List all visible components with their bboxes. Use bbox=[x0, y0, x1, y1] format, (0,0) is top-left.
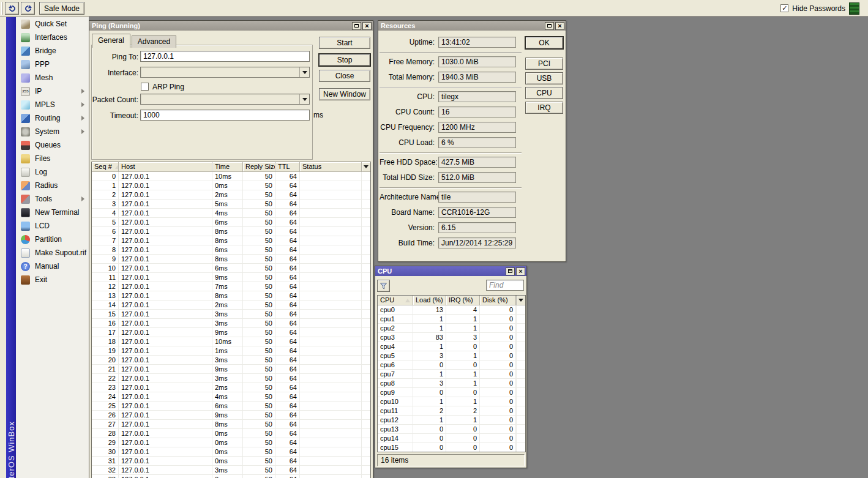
close-button[interactable]: × bbox=[362, 22, 372, 30]
tab-advanced[interactable]: Advanced bbox=[132, 35, 176, 48]
table-row[interactable]: 1 127.0.0.1 0ms 50 64 bbox=[92, 181, 370, 190]
sidebar-item[interactable]: Mesh bbox=[16, 71, 89, 84]
table-row[interactable]: 32 127.0.0.1 3ms 50 64 bbox=[92, 466, 370, 475]
ping-action-button[interactable]: Stop bbox=[319, 54, 370, 66]
table-row[interactable]: 16 127.0.0.1 3ms 50 64 bbox=[92, 319, 370, 328]
ping-to-input[interactable] bbox=[140, 51, 310, 62]
sidebar-item[interactable]: Queues bbox=[16, 138, 89, 152]
column-header-ttl[interactable]: TTL bbox=[275, 162, 300, 172]
ping-action-button[interactable]: Close bbox=[319, 70, 370, 82]
column-header-disk[interactable]: Disk (%) bbox=[480, 296, 516, 305]
find-input[interactable] bbox=[486, 280, 524, 291]
table-row[interactable]: cpu9 0 0 0 bbox=[378, 388, 525, 397]
sidebar-item[interactable]: Log bbox=[16, 165, 89, 179]
table-row[interactable]: 11 127.0.0.1 9ms 50 64 bbox=[92, 273, 370, 282]
resources-button[interactable]: PCI bbox=[525, 58, 563, 70]
table-row[interactable]: 10 127.0.0.1 6ms 50 64 bbox=[92, 264, 370, 273]
sidebar-item[interactable]: Files bbox=[16, 152, 89, 165]
table-row[interactable]: cpu15 0 0 0 bbox=[378, 443, 525, 452]
table-row[interactable]: cpu0 13 4 0 bbox=[378, 305, 525, 315]
table-row[interactable]: 29 127.0.0.1 0ms 50 64 bbox=[92, 438, 370, 447]
column-header-cpu[interactable]: CPU bbox=[378, 296, 413, 305]
table-row[interactable]: cpu3 83 3 0 bbox=[378, 333, 525, 342]
sidebar-item[interactable]: Tools bbox=[16, 192, 89, 206]
column-header-seq[interactable]: Seq # bbox=[92, 162, 119, 172]
table-row[interactable]: 7 127.0.0.1 8ms 50 64 bbox=[92, 236, 370, 245]
cpu-titlebar[interactable]: CPU × bbox=[375, 266, 526, 276]
undo-button[interactable] bbox=[5, 2, 19, 15]
table-row[interactable]: 5 127.0.0.1 6ms 50 64 bbox=[92, 218, 370, 227]
maximize-button[interactable] bbox=[506, 267, 515, 275]
sidebar-item[interactable]: System bbox=[16, 125, 89, 138]
table-row[interactable]: cpu8 3 1 0 bbox=[378, 379, 525, 388]
table-row[interactable]: 30 127.0.0.1 0ms 50 64 bbox=[92, 447, 370, 457]
resources-button[interactable]: USB bbox=[525, 72, 563, 84]
table-row[interactable]: cpu7 1 1 0 bbox=[378, 370, 525, 379]
table-row[interactable]: 6 127.0.0.1 8ms 50 64 bbox=[92, 227, 370, 236]
table-row[interactable]: cpu2 1 1 0 bbox=[378, 324, 525, 333]
resources-titlebar[interactable]: Resources × bbox=[378, 21, 566, 31]
sidebar-item[interactable]: New Terminal bbox=[16, 206, 89, 219]
sidebar-item[interactable]: PPP bbox=[16, 58, 89, 71]
table-row[interactable]: 14 127.0.0.1 2ms 50 64 bbox=[92, 301, 370, 310]
arp-ping-checkbox[interactable] bbox=[141, 83, 149, 91]
sidebar-item[interactable]: Bridge bbox=[16, 44, 89, 58]
maximize-button[interactable] bbox=[545, 22, 554, 30]
resources-button[interactable]: OK bbox=[525, 37, 563, 49]
table-row[interactable]: 23 127.0.0.1 2ms 50 64 bbox=[92, 383, 370, 392]
timeout-input[interactable] bbox=[140, 110, 310, 121]
table-row[interactable]: 9 127.0.0.1 8ms 50 64 bbox=[92, 255, 370, 264]
table-row[interactable]: 19 127.0.0.1 1ms 50 64 bbox=[92, 346, 370, 356]
table-row[interactable]: cpu10 1 1 0 bbox=[378, 397, 525, 406]
maximize-button[interactable] bbox=[352, 22, 361, 30]
table-row[interactable]: 12 127.0.0.1 7ms 50 64 bbox=[92, 282, 370, 291]
table-row[interactable]: 21 127.0.0.1 9ms 50 64 bbox=[92, 365, 370, 374]
table-row[interactable]: 13 127.0.0.1 8ms 50 64 bbox=[92, 291, 370, 301]
table-row[interactable]: 24 127.0.0.1 4ms 50 64 bbox=[92, 392, 370, 401]
table-row[interactable]: cpu14 0 0 0 bbox=[378, 434, 525, 443]
resources-button[interactable]: IRQ bbox=[525, 102, 563, 114]
table-row[interactable]: cpu4 1 0 0 bbox=[378, 342, 525, 351]
redo-button[interactable] bbox=[21, 2, 35, 15]
table-row[interactable]: 4 127.0.0.1 4ms 50 64 bbox=[92, 209, 370, 218]
sidebar-item[interactable]: Exit bbox=[16, 273, 89, 286]
close-button[interactable]: × bbox=[516, 267, 525, 275]
tab-general[interactable]: General bbox=[92, 34, 130, 48]
table-row[interactable]: 22 127.0.0.1 3ms 50 64 bbox=[92, 374, 370, 383]
column-header-time[interactable]: Time bbox=[212, 162, 243, 172]
table-row[interactable]: 25 127.0.0.1 6ms 50 64 bbox=[92, 401, 370, 411]
table-row[interactable]: cpu12 1 1 0 bbox=[378, 416, 525, 425]
interface-dropdown-button[interactable] bbox=[299, 67, 309, 77]
sidebar-item[interactable]: Quick Set bbox=[16, 17, 89, 31]
resources-button[interactable]: CPU bbox=[525, 87, 563, 99]
ping-action-button[interactable]: New Window bbox=[319, 88, 370, 100]
table-row[interactable]: 26 127.0.0.1 9ms 50 64 bbox=[92, 411, 370, 420]
packet-count-dropdown[interactable] bbox=[140, 94, 310, 105]
sidebar-item[interactable]: IP bbox=[16, 84, 89, 98]
sidebar-item[interactable]: MPLS bbox=[16, 98, 89, 111]
table-row[interactable]: 33 127.0.0.1 0ms 50 64 bbox=[92, 475, 370, 478]
column-header-host[interactable]: Host bbox=[119, 162, 212, 172]
sidebar-item[interactable]: LCD bbox=[16, 219, 89, 233]
ping-action-button[interactable]: Start bbox=[319, 37, 370, 49]
table-row[interactable]: 18 127.0.0.1 10ms 50 64 bbox=[92, 337, 370, 346]
ping-titlebar[interactable]: Ping (Running) × bbox=[89, 21, 373, 31]
table-row[interactable]: 28 127.0.0.1 0ms 50 64 bbox=[92, 429, 370, 438]
close-button[interactable]: × bbox=[555, 22, 564, 30]
column-chooser-button[interactable] bbox=[361, 162, 370, 172]
table-row[interactable]: 0 127.0.0.1 10ms 50 64 bbox=[92, 172, 370, 181]
table-row[interactable]: 15 127.0.0.1 3ms 50 64 bbox=[92, 310, 370, 319]
table-row[interactable]: 3 127.0.0.1 5ms 50 64 bbox=[92, 200, 370, 209]
table-row[interactable]: 20 127.0.0.1 3ms 50 64 bbox=[92, 356, 370, 365]
column-header-status[interactable]: Status bbox=[300, 162, 361, 172]
column-header-reply-size[interactable]: Reply Size bbox=[243, 162, 275, 172]
table-row[interactable]: 31 127.0.0.1 0ms 50 64 bbox=[92, 457, 370, 466]
safe-mode-button[interactable]: Safe Mode bbox=[39, 2, 84, 15]
packet-count-dropdown-button[interactable] bbox=[299, 94, 309, 104]
table-row[interactable]: 17 127.0.0.1 9ms 50 64 bbox=[92, 328, 370, 337]
interface-dropdown[interactable] bbox=[140, 67, 310, 78]
table-row[interactable]: cpu5 3 1 0 bbox=[378, 351, 525, 360]
table-row[interactable]: 2 127.0.0.1 2ms 50 64 bbox=[92, 190, 370, 200]
table-row[interactable]: cpu11 2 2 0 bbox=[378, 406, 525, 416]
sidebar-item[interactable]: Make Supout.rif bbox=[16, 246, 89, 260]
